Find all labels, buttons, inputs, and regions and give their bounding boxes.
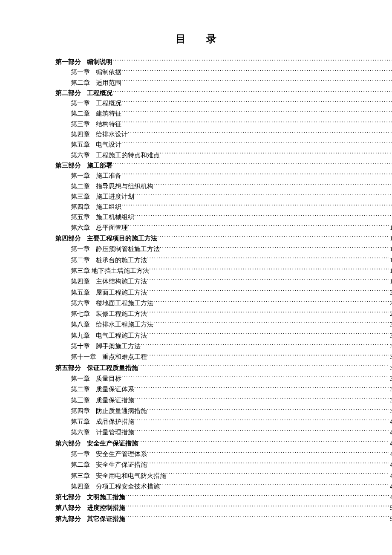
toc-entry[interactable]: 第二章指导思想与组织机构 [55, 181, 392, 191]
toc-entry-prefix: 第六部分 [55, 438, 81, 448]
toc-entry[interactable]: 第四章主体结构施工方法1 [55, 276, 392, 287]
toc-entry[interactable]: 第一章施工准备 [55, 171, 392, 181]
toc-entry-label: 第六章总平面管理 [71, 223, 128, 233]
toc-entry-text: 文明施工措施 [87, 494, 125, 500]
toc-entry-prefix: 第六章 [71, 150, 90, 160]
toc-entry-label: 第四章防止质量通病措施 [71, 406, 147, 416]
toc-entry-text: 编制依据 [96, 69, 121, 75]
toc-entry[interactable]: 第五部分保证工程质量措施3 [55, 363, 392, 373]
toc-entry-prefix: 第九部分 [55, 514, 81, 524]
toc-leader-dots [147, 288, 389, 295]
toc-entry[interactable]: 第六部分安全生产保证措施4 [55, 438, 392, 449]
toc-entry[interactable]: 第四章防止质量通病措施3 [55, 406, 392, 416]
toc-entry[interactable]: 第三章施工进度计划 [55, 191, 392, 202]
toc-entry[interactable]: 第二部分工程概况 [55, 88, 392, 98]
toc-leader-dots [147, 450, 389, 456]
toc-entry-text: 安全生产保证措施 [96, 461, 147, 468]
toc-entry-page: 5 [389, 514, 392, 524]
toc-entry[interactable]: 第一章工程概况 [55, 98, 392, 108]
toc-entry-label: 第六章工程施工的特点和难点 [71, 150, 160, 160]
toc-entry[interactable]: 第一章静压预制管桩施工方法1 [55, 244, 392, 254]
toc-entry[interactable]: 第三章结构特征 [55, 119, 392, 129]
toc-entry-label: 第二章质量保证体系 [71, 384, 134, 394]
toc-entry[interactable]: 第三章安全用电和电气防火措施4 [55, 471, 392, 481]
toc-entry[interactable]: 第一部分编制说明 [55, 57, 392, 67]
toc-entry[interactable]: 第十章脚手架施工方法3 [55, 341, 392, 352]
toc-leader-dots [121, 202, 392, 209]
toc-entry[interactable]: 第九章电气工程施工方法3 [55, 330, 392, 341]
toc-entry-page: 4 [389, 471, 392, 481]
toc-entry[interactable]: 第五章施工机械组织 [55, 212, 392, 222]
toc-title: 目录 [0, 32, 392, 46]
toc-entry-page: 3 [389, 396, 392, 406]
toc-entry-text: 重点和难点工程 [102, 353, 147, 360]
toc-entry[interactable]: 第五章电气设计 [55, 139, 392, 150]
toc-entry[interactable]: 第一章编制依据 [55, 67, 392, 77]
toc-entry-text: 施工部署 [87, 162, 112, 169]
toc-entry-text: 工程概况 [96, 100, 121, 107]
toc-entry-prefix: 第三章 [71, 119, 90, 129]
toc-entry-prefix: 第一章 [71, 98, 90, 108]
toc-entry[interactable]: 第二章桩承台的施工方法1 [55, 255, 392, 266]
toc-entry-text: 装修工程施工方法 [96, 310, 147, 317]
toc-entry[interactable]: 第五章成品保护措施4 [55, 416, 392, 427]
toc-entry-text: 给排水设计 [96, 131, 128, 138]
toc-entry[interactable]: 第六章总平面管理1 [55, 223, 392, 233]
toc-entry-prefix: 第四章 [71, 129, 90, 139]
toc-entry[interactable]: 第八部分进度控制措施5 [55, 503, 392, 513]
toc-leader-dots [128, 130, 392, 136]
toc-entry-label: 第二章建筑特征 [71, 108, 121, 119]
toc-entry[interactable]: 第二章适用范围 [55, 78, 392, 88]
toc-entry[interactable]: 第二章安全生产保证措施4 [55, 460, 392, 470]
toc-leader-dots [125, 515, 389, 521]
toc-entry-page: 3 [389, 384, 392, 395]
toc-entry-page: 3 [389, 341, 392, 352]
toc-entry[interactable]: 第三章质量保证措施3 [55, 395, 392, 406]
toc-entry-page: 4 [389, 449, 392, 460]
toc-entry-prefix: 第八部分 [55, 503, 81, 513]
toc-entry[interactable]: 第一章质量目标3 [55, 373, 392, 384]
toc-entry[interactable]: 第四部分主要工程项目的施工方法1 [55, 233, 392, 244]
toc-entry[interactable]: 第二章质量保证体系3 [55, 384, 392, 395]
toc-leader-dots [147, 309, 389, 316]
toc-entry-prefix: 第五章 [71, 416, 90, 427]
toc-entry-page: 2 [389, 298, 392, 309]
toc-entry[interactable]: 第三章地下挡土墙施工方法1 [55, 266, 392, 276]
toc-leader-dots [125, 503, 389, 510]
toc-entry-label: 第一章施工准备 [71, 171, 121, 181]
toc-entry[interactable]: 第九部分其它保证措施5 [55, 514, 392, 524]
toc-entry-page: 1 [389, 223, 392, 233]
toc-entry-prefix: 第一部分 [55, 57, 81, 67]
toc-entry[interactable]: 第二章建筑特征 [55, 108, 392, 119]
toc-leader-dots [147, 460, 389, 467]
toc-leader-dots [138, 439, 389, 445]
toc-entry[interactable]: 第七部分文明施工措施4 [55, 492, 392, 503]
toc-entry-page: 3 [389, 374, 392, 384]
toc-leader-dots [112, 161, 392, 168]
toc-entry-page: 4 [389, 492, 392, 503]
toc-leader-dots [153, 320, 389, 327]
toc-entry[interactable]: 第三部分施工部署 [55, 160, 392, 171]
toc-entry[interactable]: 第五章屋面工程施工方法2 [55, 287, 392, 298]
toc-entry-text: 指导思想与组织机构 [96, 183, 153, 190]
toc-entry-label: 第四部分主要工程项目的施工方法 [55, 233, 157, 243]
toc-entry[interactable]: 第四章施工组织 [55, 202, 392, 212]
toc-entry-label: 第一部分编制说明 [55, 57, 112, 67]
toc-entry[interactable]: 第八章给排水工程施工方法3 [55, 319, 392, 330]
toc-entry[interactable]: 第七章装修工程施工方法2 [55, 309, 392, 319]
toc-entry-text: 质量保证体系 [96, 386, 134, 393]
toc-entry[interactable]: 第四章给排水设计 [55, 129, 392, 139]
toc-entry-label: 第八部分进度控制措施 [55, 503, 125, 513]
toc-entry-label: 第二章指导思想与组织机构 [71, 181, 153, 191]
toc-entry[interactable]: 第一章安全生产管理体系4 [55, 449, 392, 460]
toc-entry-prefix: 第三章 [71, 471, 90, 481]
toc-entry[interactable]: 第六章工程施工的特点和难点 [55, 150, 392, 160]
toc-entry-prefix: 第七章 [71, 309, 90, 319]
toc-entry-label: 第四章给排水设计 [71, 129, 128, 139]
toc-entry[interactable]: 第六章楼地面工程施工方法2 [55, 298, 392, 309]
toc-entry-label: 第五章屋面工程施工方法 [71, 287, 147, 298]
toc-entry[interactable]: 第四章分项工程安全技术措施4 [55, 481, 392, 492]
toc-entry-label: 第一章安全生产管理体系 [71, 449, 147, 459]
toc-entry[interactable]: 第六章计量管理措施4 [55, 427, 392, 438]
toc-entry[interactable]: 第十一章重点和难点工程3 [55, 352, 392, 362]
